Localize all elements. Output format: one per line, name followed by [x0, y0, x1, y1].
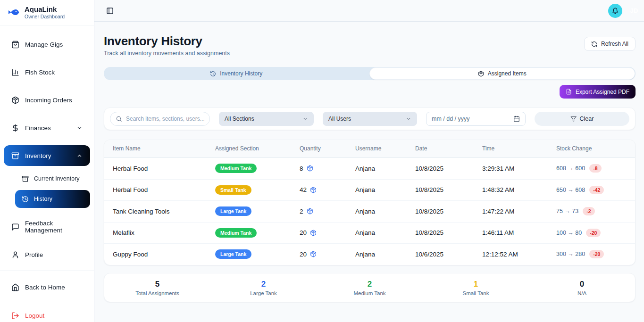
column-header: Date: [415, 145, 482, 152]
stat-total-assignments: 5 Total Assignments: [104, 280, 210, 296]
stat-value: 2: [261, 280, 266, 289]
archive-icon: [22, 175, 29, 182]
sidebar-item-logout[interactable]: Logout: [4, 305, 90, 322]
username-cell: Anjana: [355, 186, 415, 193]
sidebar-subitem-history[interactable]: History: [15, 190, 90, 208]
column-header: Item Name: [113, 145, 215, 152]
stock-delta-badge: -2: [583, 207, 594, 215]
sidebar-item-label: Inventory: [25, 152, 51, 159]
sidebar-item-incoming-orders[interactable]: Incoming Orders: [4, 90, 90, 110]
table-row[interactable]: Herbal Food Medium Tank 8 Anjana 10/8/20…: [104, 157, 635, 179]
sidebar-item-fish-stock[interactable]: Fish Stock: [4, 62, 90, 83]
sidebar-item-finances[interactable]: Finances: [4, 117, 90, 138]
stat-label: N/A: [577, 290, 586, 296]
logout-icon: [11, 312, 19, 320]
time-cell: 12:12:52 AM: [482, 251, 556, 258]
search-icon: [116, 116, 122, 122]
history-icon: [210, 71, 216, 77]
sidebar-item-back-to-home[interactable]: Back to Home: [4, 277, 90, 297]
package-icon: [307, 208, 313, 215]
sidebar-item-manage-gigs[interactable]: Manage Gigs: [4, 34, 90, 55]
sidebar-item-inventory[interactable]: Inventory: [4, 145, 90, 166]
inventory-subnav: Current Inventory History: [15, 170, 90, 208]
stat-large-tank: 2 Large Tank: [210, 280, 317, 296]
user-icon: [11, 251, 19, 259]
date-cell: 10/8/2025: [415, 186, 482, 193]
stat-value: 5: [155, 280, 159, 289]
stock-range: 100 → 80: [556, 230, 582, 236]
clear-label: Clear: [580, 116, 594, 122]
sidebar-toggle-button[interactable]: [105, 6, 115, 16]
brand-name: AquaLink: [25, 5, 65, 14]
time-cell: 1:48:32 AM: [482, 186, 556, 193]
username-cell: Anjana: [355, 165, 415, 172]
table-row[interactable]: Melaflix Medium Tank 20 Anjana 10/8/2025…: [104, 222, 635, 244]
stock-delta-badge: -42: [589, 186, 604, 194]
item-name-cell: Herbal Food: [113, 186, 215, 193]
chevron-down-icon: [302, 116, 308, 122]
search-input[interactable]: [126, 116, 204, 122]
quantity-value: 2: [300, 208, 303, 215]
stock-range: 608 → 600: [556, 165, 585, 172]
sidebar-item-feedback-management[interactable]: Feedback Management: [4, 216, 90, 237]
sidebar-item-label: Finances: [25, 124, 51, 132]
dollar-icon: [11, 124, 19, 132]
notifications-button[interactable]: [608, 4, 622, 18]
username-cell: Anjana: [355, 251, 415, 258]
panel-left-icon: [106, 7, 114, 15]
sidebar-item-label: Feedback Management: [25, 220, 83, 234]
tab-inventory-history[interactable]: Inventory History: [104, 67, 369, 80]
stock-range: 650 → 608: [556, 187, 585, 193]
home-icon: [11, 283, 19, 291]
users-select-value: All Users: [328, 116, 351, 122]
clear-filters-button[interactable]: Clear: [535, 112, 629, 126]
column-header: Stock Change: [556, 145, 627, 152]
table-row[interactable]: Tank Cleaning Tools Large Tank 2 Anjana …: [104, 200, 635, 222]
tab-assigned-items[interactable]: Assigned Items: [369, 67, 636, 80]
stat-label: Large Tank: [250, 290, 277, 296]
column-header: Username: [355, 145, 415, 152]
time-cell: 1:46:11 AM: [482, 229, 556, 236]
chevron-down-icon: [76, 125, 83, 131]
date-cell: 10/8/2025: [415, 165, 482, 172]
topbar: JD: [94, 0, 644, 22]
refresh-all-button[interactable]: Refresh All: [584, 37, 636, 51]
date-cell: 10/8/2025: [415, 229, 482, 236]
package-icon: [310, 230, 317, 236]
table-row[interactable]: Guppy Food Large Tank 20 Anjana 10/6/202…: [104, 243, 635, 265]
item-name-cell: Melaflix: [113, 229, 215, 236]
quantity-value: 20: [300, 229, 307, 236]
export-label: Export Assigned PDF: [576, 89, 629, 95]
stock-delta-badge: -20: [589, 250, 604, 258]
chevron-up-icon: [76, 153, 83, 159]
stock-range: 75 → 73: [556, 208, 578, 215]
export-assigned-pdf-button[interactable]: Export Assigned PDF: [560, 85, 636, 99]
users-select[interactable]: All Users: [323, 112, 417, 126]
sections-select[interactable]: All Sections: [219, 112, 314, 126]
page-subtitle: Track all inventory movements and assign…: [104, 50, 230, 57]
time-cell: 3:29:31 AM: [482, 165, 556, 172]
package-icon: [11, 96, 19, 104]
stat-value: 1: [474, 280, 478, 289]
sidebar-item-label: Incoming Orders: [25, 97, 72, 104]
stat-small-tank: 1 Small Tank: [423, 280, 529, 296]
stat-na: 0 N/A: [529, 280, 635, 296]
summary-bar: 5 Total Assignments 2 Large Tank 2 Mediu…: [104, 273, 636, 302]
sidebar-divider: [0, 271, 94, 271]
avatar[interactable]: JD: [630, 7, 638, 14]
archive-icon: [11, 152, 19, 160]
sidebar-item-profile[interactable]: Profile: [4, 244, 90, 265]
filter-bar: All Sections All Users mm / dd / yyyy Cl…: [104, 107, 636, 130]
package-icon: [310, 251, 317, 257]
refresh-all-label: Refresh All: [601, 41, 628, 47]
date-cell: 10/6/2025: [415, 251, 482, 258]
section-badge: Large Tank: [215, 249, 251, 259]
sidebar-item-label: Logout: [25, 312, 44, 319]
sidebar-subitem-current-inventory[interactable]: Current Inventory: [15, 170, 90, 188]
username-cell: Anjana: [355, 208, 415, 215]
date-input[interactable]: mm / dd / yyyy: [426, 112, 526, 126]
stat-value: 0: [580, 280, 584, 289]
time-cell: 1:47:22 AM: [482, 208, 556, 215]
history-icon: [22, 196, 29, 203]
table-row[interactable]: Herbal Food Small Tank 42 Anjana 10/8/20…: [104, 179, 635, 201]
